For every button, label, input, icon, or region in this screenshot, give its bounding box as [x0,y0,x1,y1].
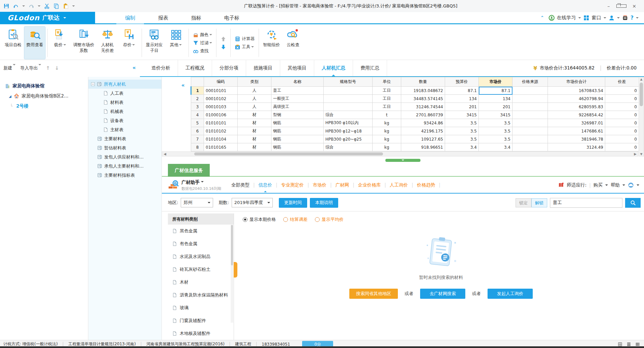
table-cell[interactable]: 6280595.83 [548,103,605,111]
table-cell[interactable] [513,143,548,151]
app-logo[interactable]: GLodon广联达 [0,12,95,24]
table-cell[interactable]: 0 [605,143,639,151]
table-cell[interactable]: 0 [605,111,639,119]
layout-columns-icon[interactable] [635,342,640,347]
table-cell[interactable]: 31246.74544 [401,103,445,111]
copy-icon[interactable] [53,3,59,9]
table-cell[interactable]: 134 [479,95,513,103]
table-cell[interactable]: 201 [445,103,479,111]
save-icon[interactable] [3,3,9,9]
paste-icon[interactable] [63,3,69,9]
column-header[interactable]: 数量 [401,77,445,87]
category-scroll-thumb[interactable] [231,225,233,265]
ribbon-other-button[interactable]: 其他 [166,27,186,59]
ribbon-find-button[interactable]: 查找 [191,48,214,55]
table-cell[interactable]: 4620798.94 [548,95,605,103]
row-number[interactable]: 8 [191,143,204,151]
logo-dropdown-icon[interactable] [63,17,66,20]
redo-dropdown-icon[interactable] [38,5,40,8]
ribbon-rcj-no-price-diff-button[interactable]: 人材机无价差 [97,27,118,59]
row-number[interactable]: 6 [191,127,204,135]
table-cell[interactable]: 钢筋 [271,119,324,127]
table-cell[interactable]: 材 [238,135,271,143]
table-cell[interactable] [513,127,548,135]
table-cell[interactable]: 3124.49 [548,143,605,151]
table-cell[interactable]: 0 [605,95,639,103]
tree-item-building-2[interactable]: └ 2号楼 [0,101,88,111]
category-item[interactable]: 木材 [168,276,234,289]
table-cell[interactable]: 87.1 [445,87,479,95]
search-other-region-button[interactable]: 搜索同省其他地区 [349,289,398,299]
table-cell[interactable]: 钢筋 [271,135,324,143]
robot-assistant-icon[interactable] [622,15,628,21]
table-cell[interactable]: 3.5 [479,135,513,143]
table-cell[interactable]: 3.5 [445,119,479,127]
undo-icon[interactable] [13,3,19,9]
table-cell[interactable]: HPB300 φ20~φ25 [324,135,373,143]
table-cell[interactable]: 93424.86 [401,119,445,127]
document-tab[interactable]: 费用汇总 [353,60,387,76]
table-cell[interactable]: 01010102 [204,127,238,135]
column-header[interactable]: 预算价 [445,77,479,87]
table-cell[interactable]: 工日 [373,95,401,103]
new-button[interactable]: 新建 [3,65,16,71]
red-book-icon[interactable] [558,182,564,188]
table-cell[interactable] [513,119,548,127]
online-learning-dropdown-icon[interactable] [578,17,581,20]
table-cell[interactable]: 2701.860739 [401,111,445,119]
table-cell[interactable]: 3415 [479,111,513,119]
table-cell[interactable]: 人 [238,87,271,95]
user-icon[interactable] [609,15,615,21]
window-dropdown-icon[interactable] [604,17,606,20]
table-cell[interactable]: 综合 [324,111,373,119]
gc-help-link[interactable]: 帮助 [611,182,620,188]
close-button[interactable]: × [629,3,639,9]
restore-button[interactable] [616,3,626,9]
ribbon-move-down-button[interactable] [218,44,228,51]
search-button[interactable] [625,198,641,208]
table-cell[interactable]: 材 [238,127,271,135]
import-export-button[interactable]: 导入导出 [20,65,41,71]
gc-help-dropdown-icon[interactable] [622,184,625,187]
table-cell[interactable]: 1670843.54 [548,87,605,95]
category-item[interactable]: 黑色金属 [168,225,234,237]
table-cell[interactable] [324,95,373,103]
table-row[interactable]: 200010102人一般技工工日34483.574145134134462079… [191,95,639,103]
table-cell[interactable]: 材 [238,111,271,119]
more-commands-icon[interactable] [72,5,75,8]
menu-tab[interactable]: 指标 [180,12,213,23]
rcj-tree-item[interactable]: − 所有人材机 [88,80,162,89]
gc-service-tab[interactable]: 广材信息服务 [168,164,210,177]
vscroll-thumb[interactable] [640,83,643,106]
table-cell[interactable] [324,103,373,111]
rcj-tree-item[interactable]: 主材表 [88,125,162,134]
table-row[interactable]: 701010104材钢筋HPB300 φ20~φ25kg109127.653.5… [191,135,639,143]
scroll-down-icon[interactable]: ▼ [639,152,644,156]
scroll-up-icon[interactable]: ▲ [639,78,644,81]
menu-tab[interactable]: 报表 [147,12,180,23]
table-cell[interactable]: 01010101 [204,119,238,127]
rcj-tree-item[interactable]: 主要材料指标表 [88,171,162,180]
row-number[interactable]: 3 [191,103,204,111]
table-cell[interactable]: 87.1 [479,87,513,95]
table-horizontal-scrollbar[interactable]: ◀ ▶ [162,151,638,156]
rcj-table[interactable]: 编码类别名称规格型号单位数量预算价市场价价格来源市场价合计价差100010101… [191,77,639,151]
window-menu[interactable]: 窗口 [592,15,601,21]
table-vertical-scrollbar[interactable]: ▲ ▼ [639,77,644,156]
ribbon-smart-pricing-button[interactable]: 智能组价 [261,27,282,59]
gc-nav-link[interactable]: 全部类型 [231,182,250,187]
rcj-summary-table[interactable]: 编码类别名称规格型号单位数量预算价市场价价格来源市场价合计价差100010101… [191,77,638,151]
price-view-radio[interactable]: 结算调差 [283,216,308,223]
gcw-search-button[interactable]: 去广材网搜索 [420,289,465,299]
gc-assistant-name[interactable]: 广材助手 [181,179,221,185]
table-cell[interactable]: 00010101 [204,87,238,95]
ribbon-move-up-button[interactable] [218,35,228,42]
rcj-tree-item[interactable]: 人工表 [88,89,162,98]
ribbon-color-button[interactable]: 颜色 [191,31,214,38]
ribbon-fee-view-button[interactable]: 费用查看 [24,27,45,59]
scroll-left-icon[interactable]: ◀ [163,152,167,156]
table-cell[interactable]: kg [373,135,401,143]
table-cell[interactable]: 326987.01 [548,119,605,127]
table-cell[interactable]: 134 [445,95,479,103]
scroll-right-icon[interactable]: ▶ [633,152,638,156]
